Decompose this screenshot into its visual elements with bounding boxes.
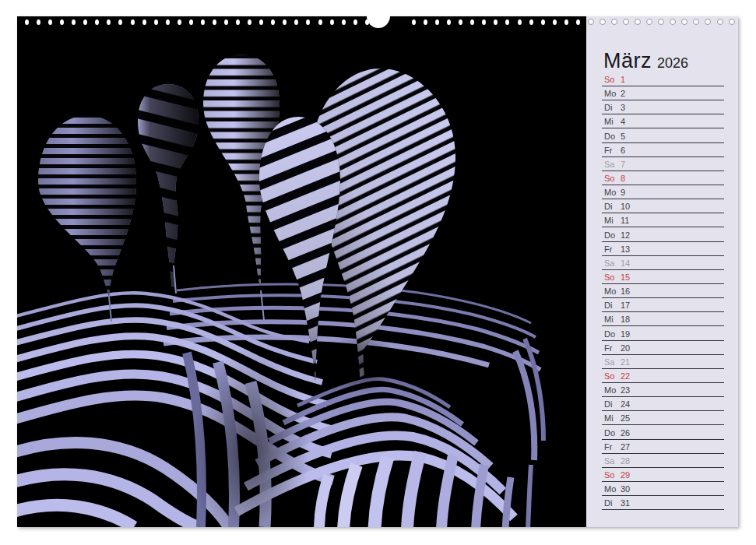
day-row: Sa 21: [602, 355, 724, 369]
day-row: Mo 2: [602, 86, 724, 100]
binding-hole-dark: [283, 19, 287, 25]
day-row: So 1: [602, 72, 724, 86]
binding-hole-dark: [412, 19, 416, 25]
day-number: 14: [621, 259, 630, 268]
binding-hole-dark: [529, 19, 533, 25]
binding-hole-dark: [154, 19, 158, 25]
day-number: 7: [621, 160, 625, 169]
binding-hole-light: [681, 19, 687, 25]
day-number: 19: [621, 330, 630, 339]
day-row: Di 10: [602, 199, 724, 213]
day-abbr: Do: [604, 132, 621, 141]
binding-hole-dark: [83, 19, 87, 25]
month-title: März2026: [603, 49, 688, 73]
day-abbr: Do: [604, 231, 621, 240]
day-abbr: Sa: [604, 457, 621, 466]
day-abbr: Di: [604, 202, 621, 211]
day-abbr: Mo: [604, 188, 621, 197]
binding-hole-dark: [294, 19, 298, 25]
binding-hole-light: [623, 19, 629, 25]
day-list: So 1 Mo 2 Di 3 Mi 4: [602, 72, 724, 510]
binding-hole-dark: [342, 19, 346, 25]
binding-hole-dark: [576, 19, 580, 25]
day-number: 12: [621, 231, 630, 240]
binding-hole-dark: [564, 19, 568, 25]
day-number: 6: [621, 146, 625, 155]
day-abbr: Di: [604, 104, 621, 112]
day-number: 22: [621, 372, 630, 381]
day-abbr: Di: [604, 499, 621, 508]
day-row: Mi 25: [602, 411, 724, 425]
binding-hole-dark: [248, 19, 251, 25]
binding-hole-light: [600, 19, 606, 25]
day-number: 31: [621, 499, 630, 508]
photo-artwork: [17, 16, 586, 527]
binding-hole-dark: [72, 19, 76, 25]
day-row: Mi 18: [602, 312, 724, 326]
day-abbr: So: [604, 76, 621, 84]
day-row: Do 5: [602, 128, 724, 142]
day-number: 5: [621, 132, 625, 141]
day-row: Mo 16: [602, 284, 724, 298]
day-abbr: Mo: [604, 90, 621, 98]
binding-hole-dark: [131, 19, 135, 25]
binding-hole-light: [717, 19, 723, 25]
binding-hole-dark: [518, 19, 522, 25]
day-row: Sa 7: [602, 157, 724, 171]
binding-hole-dark: [189, 19, 193, 25]
binding-hole-dark: [470, 19, 474, 25]
day-abbr: Mo: [604, 485, 621, 494]
day-abbr: Mo: [604, 386, 621, 395]
day-number: 25: [621, 414, 630, 423]
binding-hole-dark: [95, 19, 99, 25]
binding-hole-dark: [142, 19, 146, 25]
day-abbr: Sa: [604, 259, 621, 268]
day-row: Do 12: [602, 227, 724, 241]
binding-hole-dark: [435, 19, 439, 25]
day-row: Fr 13: [602, 242, 724, 256]
day-row: Mo 30: [602, 482, 724, 496]
binding-hole-dark: [505, 19, 509, 25]
day-row: Di 31: [602, 496, 724, 510]
binding-hole-light: [729, 19, 735, 25]
day-row: Mi 4: [602, 114, 724, 128]
binding-hole-light: [611, 19, 617, 25]
binding-hole-dark: [213, 19, 216, 25]
binding-hole-dark: [178, 19, 181, 25]
day-abbr: Mo: [604, 287, 621, 296]
day-number: 23: [621, 386, 630, 395]
day-row: Mo 23: [602, 383, 724, 397]
binding-hole-dark: [553, 19, 557, 25]
day-abbr: So: [604, 372, 621, 381]
day-abbr: Fr: [604, 344, 621, 353]
binding-hole-dark: [236, 19, 240, 25]
hanger-hole: [367, 4, 390, 28]
binding-hole-dark: [494, 19, 498, 25]
binding-hole-light: [670, 19, 676, 25]
binding-hole-dark: [37, 19, 40, 25]
binding-hole-dark: [25, 19, 29, 25]
day-abbr: Mi: [604, 315, 621, 324]
day-row: Sa 14: [602, 256, 724, 270]
day-number: 18: [621, 315, 630, 324]
day-abbr: Di: [604, 301, 621, 310]
day-number: 17: [621, 301, 630, 310]
day-number: 24: [621, 400, 630, 409]
binding-hole-dark: [541, 19, 545, 25]
day-row: So 22: [602, 369, 724, 383]
binding-hole-dark: [424, 19, 427, 25]
day-abbr: Fr: [604, 245, 621, 254]
day-row: Di 24: [602, 397, 724, 411]
day-number: 26: [621, 429, 630, 438]
day-number: 15: [621, 273, 630, 282]
day-abbr: Sa: [604, 160, 621, 169]
binding-hole-light: [693, 19, 699, 25]
day-abbr: Mi: [604, 216, 621, 225]
day-number: 9: [621, 188, 625, 197]
binding-hole-dark: [459, 19, 462, 25]
day-number: 3: [621, 104, 625, 112]
day-row: Fr 20: [602, 341, 724, 355]
day-row: Fr 27: [602, 440, 724, 454]
day-number: 13: [621, 245, 630, 254]
binding-hole-light: [635, 19, 641, 25]
